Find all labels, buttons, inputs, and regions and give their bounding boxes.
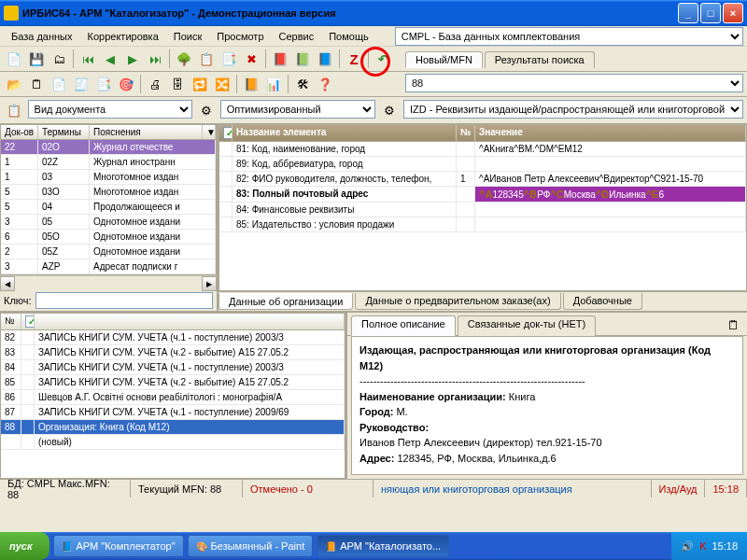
tb2-10-icon[interactable]: 🔀 bbox=[212, 74, 233, 94]
last-icon[interactable]: ⏭ bbox=[145, 49, 165, 69]
tb2-5-icon[interactable]: 📑 bbox=[93, 74, 114, 94]
records-list[interactable]: № ✓ 82ЗАПИСЬ КНИГИ СУМ. УЧЕТА (ч.1 - пос… bbox=[0, 313, 345, 479]
tb2-8-icon[interactable]: 🗄 bbox=[167, 74, 188, 94]
tb2-3-icon[interactable]: 📄 bbox=[49, 74, 69, 94]
tb2-13-icon[interactable]: 🛠 bbox=[292, 74, 313, 94]
task-item-3[interactable]: 📙АРМ "Каталогизато... bbox=[317, 535, 449, 557]
menu-service[interactable]: Сервис bbox=[272, 29, 322, 44]
task-item-2[interactable]: 🎨Безымянный - Paint bbox=[188, 535, 314, 557]
cfg-icon[interactable]: ⚙ bbox=[196, 100, 217, 120]
tb2-6-icon[interactable]: 🎯 bbox=[116, 74, 136, 94]
tab-preorder[interactable]: Данные о предварительном заказе(ах) bbox=[355, 293, 560, 310]
terms-row[interactable]: 605OОднотомное издани bbox=[1, 230, 216, 245]
system-tray[interactable]: 🔊 K 15:18 bbox=[671, 532, 747, 560]
field-row[interactable]: 82: ФИО руководителя, должность, телефон… bbox=[219, 172, 746, 187]
record-row[interactable]: 87ЗАПИСЬ КНИГИ СУМ. УЧЕТА (ч.1 - поступл… bbox=[1, 405, 345, 420]
z-icon[interactable]: Z bbox=[344, 49, 364, 69]
optimize-select[interactable]: Оптимизированный bbox=[220, 100, 376, 119]
delete-icon[interactable]: ✖ bbox=[241, 49, 261, 69]
field-row[interactable]: 81: Код, наименование, город^AКнига^BМ.^… bbox=[219, 142, 746, 157]
next-icon[interactable]: ▶ bbox=[122, 49, 143, 69]
tb2-9-icon[interactable]: 🔁 bbox=[190, 74, 210, 94]
close-button[interactable]: × bbox=[723, 3, 743, 23]
cfg2-icon[interactable]: ⚙ bbox=[379, 100, 400, 120]
desc-tabs: Полное описание Связанные док-ты (НЕТ) 🗒 bbox=[347, 313, 747, 336]
save-as-icon[interactable]: 🗂 bbox=[49, 49, 69, 69]
field-row[interactable]: 85: Издательство : условия продажи bbox=[219, 217, 746, 232]
book1-icon[interactable]: 📕 bbox=[270, 49, 290, 69]
description-panel: Издающая, распространяющая или книготорг… bbox=[351, 336, 743, 475]
terms-row[interactable]: 503OМноготомное издан bbox=[1, 185, 216, 200]
key-label: Ключ: bbox=[4, 295, 32, 306]
database-select[interactable]: CMPL - База данных комплектования bbox=[395, 27, 743, 46]
fields-grid[interactable]: ✓ Название элемента № Значение 81: Код, … bbox=[218, 124, 747, 291]
right-tabs: Новый/MFN Результаты поиска bbox=[405, 49, 743, 67]
menu-search[interactable]: Поиск bbox=[166, 29, 209, 44]
menu-database[interactable]: База данных bbox=[4, 29, 80, 44]
menu-correction[interactable]: Корректировка bbox=[80, 29, 166, 44]
book3-icon[interactable]: 📘 bbox=[315, 49, 335, 69]
terms-row[interactable]: 504Продолжающееся и bbox=[1, 200, 216, 215]
tb2-14-icon[interactable]: ❓ bbox=[315, 74, 335, 94]
tb2-11-icon[interactable]: 📙 bbox=[241, 74, 261, 94]
maximize-button[interactable]: □ bbox=[700, 3, 721, 23]
terms-row[interactable]: 102ZЖурнал иностранн bbox=[1, 155, 216, 170]
tb2-4-icon[interactable]: 🧾 bbox=[71, 74, 92, 94]
prev-icon[interactable]: ◀ bbox=[100, 49, 120, 69]
fields-tabs: Данные об организации Данные о предварит… bbox=[218, 291, 747, 311]
tb2-7-icon[interactable]: 🖨 bbox=[145, 74, 165, 94]
toolbar-main: 📄 💾 🗂 ⏮ ◀ ▶ ⏭ 🌳 📋 📑 ✖ 📕 📗 📘 Z ↶ bbox=[0, 47, 402, 72]
filter-icon[interactable]: 📋 bbox=[4, 100, 24, 120]
tb2-12-icon[interactable]: 📊 bbox=[263, 74, 284, 94]
record-row[interactable]: (новый) bbox=[1, 435, 345, 450]
tab-linked[interactable]: Связанные док-ты (НЕТ) bbox=[458, 315, 596, 336]
first-icon[interactable]: ⏮ bbox=[78, 49, 98, 69]
tree3-icon[interactable]: 📑 bbox=[218, 49, 239, 69]
tree2-icon[interactable]: 📋 bbox=[196, 49, 217, 69]
tab-org-data[interactable]: Данные об организации bbox=[218, 293, 353, 310]
terms-row[interactable]: 2202OЖурнал отечестве bbox=[1, 140, 216, 155]
tb2-2-icon[interactable]: 🗒 bbox=[26, 74, 47, 94]
record-row[interactable]: 84ЗАПИСЬ КНИГИ СУМ. УЧЕТА (ч.1 - поступл… bbox=[1, 360, 345, 375]
terms-row[interactable]: 103Многотомное издан bbox=[1, 170, 216, 185]
new-icon[interactable]: 📄 bbox=[4, 49, 24, 69]
tray-icon-1[interactable]: 🔊 bbox=[681, 540, 694, 553]
tray-icon-2[interactable]: K bbox=[699, 540, 706, 552]
terms-grid[interactable]: Док-ов Термины Пояснения ▼ 2202OЖурнал о… bbox=[0, 124, 217, 275]
window-title: ИРБИС64 - АРМ "Каталогизатор" - Демонстр… bbox=[22, 7, 336, 19]
desc-tool-icon[interactable]: 🗒 bbox=[723, 315, 743, 335]
field-row[interactable]: 83: Полный почтовый адрес^A128345^BРФ^CМ… bbox=[219, 187, 746, 203]
record-row[interactable]: 82ЗАПИСЬ КНИГИ СУМ. УЧЕТА (ч.1 - поступл… bbox=[1, 330, 345, 345]
doc-type-select[interactable]: Вид документа bbox=[28, 100, 193, 119]
key-input[interactable] bbox=[35, 292, 213, 309]
menu-help[interactable]: Помощь bbox=[321, 29, 376, 44]
minimize-button[interactable]: _ bbox=[678, 3, 698, 23]
terms-row[interactable]: 305Однотомное издани bbox=[1, 215, 216, 230]
tab-new-mfn[interactable]: Новый/MFN bbox=[405, 51, 483, 68]
tab-results[interactable]: Результаты поиска bbox=[485, 51, 595, 68]
terms-scrollbar[interactable]: ◀▶ bbox=[0, 275, 217, 290]
tab-additional[interactable]: Добавочные bbox=[563, 293, 642, 310]
save-icon[interactable]: 💾 bbox=[26, 49, 47, 69]
record-row[interactable]: 86Шевцов А.Г. Освітні основи реабілітоло… bbox=[1, 390, 345, 405]
field-row[interactable]: 84: Финансовые реквизиты bbox=[219, 203, 746, 217]
tab-full-desc[interactable]: Полное описание bbox=[351, 315, 456, 336]
terms-row[interactable]: 205ZОднотомное издани bbox=[1, 245, 216, 259]
status-info: няющая или книготорговая организация bbox=[374, 480, 652, 497]
tree1-icon[interactable]: 🌳 bbox=[174, 49, 194, 69]
record-row[interactable]: 88Организация: Книга (Код M12) bbox=[1, 420, 345, 435]
status-bar: БД: CMPL Макс.MFN: 88 Текущий MFN: 88 От… bbox=[0, 479, 747, 497]
app-icon bbox=[4, 6, 19, 21]
field-row[interactable]: 89: Код, аббревиатура, город bbox=[219, 157, 746, 172]
terms-row[interactable]: 3AZPАдресат подписки г bbox=[1, 259, 216, 274]
record-row[interactable]: 85ЗАПИСЬ КНИГИ СУМ. УЧЕТА (ч.2 - выбытие… bbox=[1, 375, 345, 390]
task-item-1[interactable]: 📘АРМ "Комплектатор" bbox=[53, 535, 184, 557]
menu-view[interactable]: Просмотр bbox=[209, 29, 271, 44]
book2-icon[interactable]: 📗 bbox=[292, 49, 313, 69]
izd-select[interactable]: IZD - Реквизиты издающей/распространяюще… bbox=[403, 100, 743, 119]
return-icon[interactable]: ↶ bbox=[373, 49, 393, 69]
tb2-1-icon[interactable]: 📂 bbox=[4, 74, 24, 94]
start-button[interactable]: пуск bbox=[0, 532, 49, 560]
mfn-select[interactable]: 88 bbox=[405, 74, 743, 92]
record-row[interactable]: 83ЗАПИСЬ КНИГИ СУМ. УЧЕТА (ч.2 - выбытие… bbox=[1, 345, 345, 360]
